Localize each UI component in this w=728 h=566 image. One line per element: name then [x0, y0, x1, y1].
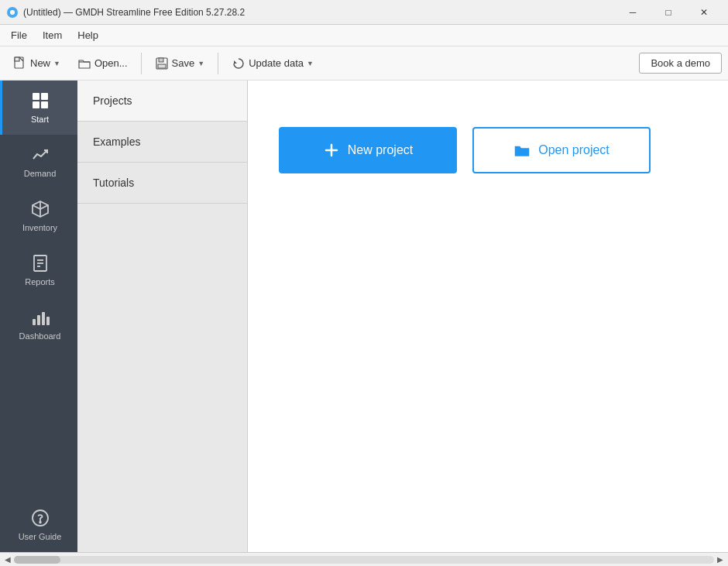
save-arrow: ▼ — [197, 60, 204, 67]
nav-panel: Projects Examples Tutorials — [77, 81, 248, 552]
open-icon — [77, 57, 91, 70]
nav-item-examples[interactable]: Examples — [77, 122, 247, 163]
open-button[interactable]: Open... — [70, 53, 135, 74]
sidebar-item-start-label: Start — [31, 115, 49, 124]
svg-rect-18 — [42, 312, 45, 325]
sidebar-item-userguide-label: User Guide — [19, 532, 62, 541]
window-title: (Untitled) — GMDH Streamline Free Editio… — [23, 7, 615, 18]
new-project-label: New project — [348, 143, 413, 157]
save-icon — [155, 57, 169, 70]
svg-rect-9 — [41, 93, 48, 100]
dashboard-icon — [31, 308, 50, 327]
svg-rect-8 — [33, 93, 39, 100]
open-project-button[interactable]: Open project — [472, 127, 651, 173]
update-arrow: ▼ — [307, 60, 314, 67]
sidebar-item-dashboard[interactable]: Dashboard — [0, 297, 77, 352]
maximize-button[interactable]: □ — [651, 0, 686, 25]
new-arrow: ▼ — [53, 60, 60, 67]
action-buttons: New project Open project — [279, 127, 697, 173]
minimize-button[interactable]: ─ — [615, 0, 651, 25]
open-label: Open... — [94, 57, 128, 69]
update-label: Update data — [249, 57, 304, 69]
save-label: Save — [172, 57, 195, 69]
menu-file[interactable]: File — [3, 26, 35, 44]
bottom-scrollbar: ◀ ▶ — [0, 552, 728, 566]
demand-icon — [31, 146, 50, 164]
titlebar: (Untitled) — GMDH Streamline Free Editio… — [0, 0, 728, 25]
nav-item-projects[interactable]: Projects — [77, 81, 247, 122]
toolbar-sep1 — [141, 53, 142, 74]
sidebar-item-reports-label: Reports — [25, 277, 55, 286]
sidebar-spacer — [0, 352, 77, 498]
main-area: Start Demand Inventory — [0, 81, 728, 552]
window-controls: ─ □ ✕ — [615, 0, 722, 25]
sidebar-item-inventory-label: Inventory — [22, 223, 57, 232]
userguide-icon — [31, 509, 50, 527]
new-button[interactable]: New ▼ — [6, 53, 67, 74]
new-project-icon — [323, 142, 340, 159]
svg-rect-5 — [159, 58, 163, 62]
scroll-left-arrow[interactable]: ◀ — [2, 554, 14, 566]
scrollbar-thumb[interactable] — [14, 556, 60, 564]
content-panel: Projects Examples Tutorials New project — [77, 81, 728, 552]
start-icon — [31, 91, 50, 110]
svg-rect-3 — [15, 57, 19, 61]
svg-rect-16 — [33, 319, 36, 325]
sidebar-item-dashboard-label: Dashboard — [19, 331, 61, 341]
toolbar: New ▼ Open... Save ▼ — [0, 46, 728, 81]
menu-item[interactable]: Item — [35, 26, 70, 44]
scroll-right-arrow[interactable]: ▶ — [714, 554, 726, 566]
toolbar-sep2 — [218, 53, 218, 74]
book-demo-button[interactable]: Book a demo — [639, 53, 722, 74]
sidebar-item-demand[interactable]: Demand — [0, 135, 77, 189]
reports-icon — [31, 254, 50, 273]
svg-marker-7 — [234, 60, 237, 63]
new-icon — [13, 57, 27, 70]
svg-rect-6 — [158, 64, 166, 68]
menubar: File Item Help — [0, 25, 728, 46]
menu-help[interactable]: Help — [70, 26, 106, 44]
nav-item-tutorials[interactable]: Tutorials — [77, 163, 247, 204]
svg-rect-11 — [41, 101, 48, 108]
svg-rect-19 — [46, 317, 50, 325]
sidebar-item-start[interactable]: Start — [0, 81, 77, 135]
open-project-label: Open project — [538, 143, 610, 157]
app-icon — [6, 6, 19, 19]
new-label: New — [30, 57, 50, 69]
update-icon — [232, 57, 246, 70]
sidebar-item-inventory[interactable]: Inventory — [0, 189, 77, 243]
main-content: New project Open project — [248, 81, 728, 552]
svg-point-1 — [10, 10, 15, 15]
new-project-button[interactable]: New project — [279, 127, 457, 173]
sidebar-item-demand-label: Demand — [24, 169, 57, 178]
save-button[interactable]: Save ▼ — [148, 53, 212, 74]
scrollbar-track[interactable] — [14, 556, 714, 564]
svg-rect-17 — [37, 315, 40, 325]
sidebar: Start Demand Inventory — [0, 81, 77, 552]
sidebar-item-userguide[interactable]: User Guide — [0, 498, 77, 552]
inventory-icon — [31, 200, 50, 218]
update-button[interactable]: Update data ▼ — [225, 53, 321, 74]
svg-rect-10 — [33, 101, 39, 108]
open-project-icon — [513, 142, 531, 159]
svg-point-21 — [39, 522, 41, 523]
sidebar-item-reports[interactable]: Reports — [0, 243, 77, 297]
close-button[interactable]: ✕ — [686, 0, 722, 25]
